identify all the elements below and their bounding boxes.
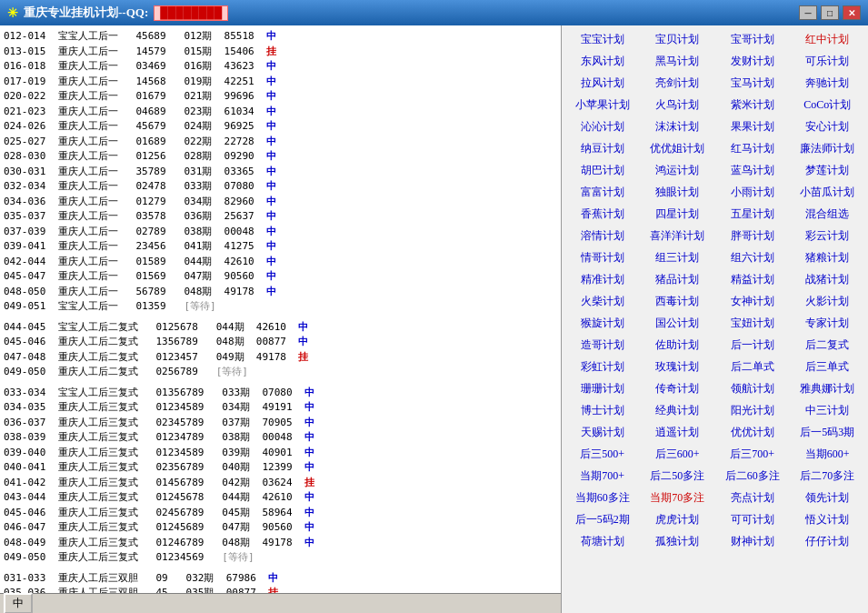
plan-link[interactable]: 安心计划 — [791, 116, 865, 137]
plan-link[interactable]: 沫沫计划 — [641, 116, 715, 137]
plan-link[interactable]: 当期70多注 — [641, 487, 715, 508]
plan-link[interactable]: 火鸟计划 — [641, 95, 715, 116]
plan-link[interactable]: 雅典娜计划 — [791, 378, 865, 399]
plan-link[interactable]: 后二复式 — [791, 335, 865, 356]
plan-link[interactable]: 香蕉计划 — [565, 204, 640, 225]
plan-link[interactable]: 胖哥计划 — [715, 226, 790, 246]
plan-link[interactable]: 天赐计划 — [565, 422, 640, 443]
restore-button[interactable]: □ — [821, 5, 839, 20]
plan-link[interactable]: 战猪计划 — [791, 269, 865, 290]
plan-link[interactable]: 宝妞计划 — [715, 313, 790, 334]
close-button[interactable]: ✕ — [843, 5, 861, 20]
plan-link[interactable]: 后一5码2期 — [565, 509, 640, 530]
plan-link[interactable]: 荷塘计划 — [565, 531, 640, 552]
plan-link[interactable]: 小苗瓜计划 — [791, 182, 865, 203]
plan-link[interactable]: 猪品计划 — [641, 269, 715, 290]
plan-link[interactable]: 组三计划 — [641, 247, 715, 268]
minimize-button[interactable]: ─ — [799, 5, 817, 20]
plan-link[interactable]: 后一5码3期 — [791, 422, 865, 443]
plan-link[interactable]: 后二70多注 — [791, 466, 865, 487]
plan-link[interactable]: 梦莲计划 — [791, 160, 865, 181]
plan-link[interactable]: 优优姐计划 — [641, 138, 715, 159]
plan-link[interactable]: 后三700+ — [715, 444, 790, 465]
plan-link[interactable]: 胡巴计划 — [565, 160, 640, 181]
plan-link[interactable]: 悟义计划 — [791, 509, 865, 530]
plan-link[interactable]: 中三计划 — [791, 400, 865, 421]
plan-link[interactable]: 宝马计划 — [715, 73, 790, 94]
plan-link[interactable]: 后二50多注 — [641, 466, 715, 487]
plan-link[interactable]: 小雨计划 — [715, 182, 790, 203]
plan-link[interactable]: 纳豆计划 — [565, 138, 640, 159]
plan-link[interactable]: 国公计划 — [641, 313, 715, 334]
plan-link[interactable]: 虎虎计划 — [641, 509, 715, 530]
plan-link[interactable]: 领先计划 — [791, 487, 865, 508]
plan-link[interactable]: 宝宝计划 — [565, 29, 640, 50]
plan-list[interactable]: 012-014 宝宝人工后一 45689 012期 85518 中013-015… — [0, 25, 561, 613]
plan-link[interactable]: 当期600+ — [791, 444, 865, 465]
plan-link[interactable]: 可可计划 — [715, 509, 790, 530]
plan-link[interactable]: 红马计划 — [715, 138, 790, 159]
plan-link[interactable]: 当期700+ — [565, 466, 640, 487]
plan-link[interactable]: 小苹果计划 — [565, 95, 640, 116]
plan-link[interactable]: 精准计划 — [565, 269, 640, 290]
plan-link[interactable]: 后三500+ — [565, 444, 640, 465]
plan-link[interactable]: 珊珊计划 — [565, 378, 640, 399]
plan-link[interactable]: 优优计划 — [715, 422, 790, 443]
plan-link[interactable]: 奔驰计划 — [791, 73, 865, 94]
plan-link[interactable]: 东风计划 — [565, 51, 640, 72]
plan-link[interactable]: 后一计划 — [715, 335, 790, 356]
plan-link[interactable]: 领航计划 — [715, 378, 790, 399]
plan-link[interactable]: 精益计划 — [715, 269, 790, 290]
plan-link[interactable]: 经典计划 — [641, 400, 715, 421]
plan-link[interactable]: 专家计划 — [791, 313, 865, 334]
plan-link[interactable]: 四星计划 — [641, 204, 715, 225]
plan-link[interactable]: 博士计划 — [565, 400, 640, 421]
plan-link[interactable]: 传奇计划 — [641, 378, 715, 399]
plan-link[interactable]: 造哥计划 — [565, 335, 640, 356]
plan-link[interactable]: 廉法师计划 — [791, 138, 865, 159]
plan-link[interactable]: 拉风计划 — [565, 73, 640, 94]
status-button[interactable]: 中 — [4, 593, 33, 613]
plan-link[interactable]: 猴旋计划 — [565, 313, 640, 334]
plan-link[interactable]: 女神计划 — [715, 291, 790, 312]
plan-link[interactable]: 黑马计划 — [641, 51, 715, 72]
plan-link[interactable]: 阳光计划 — [715, 400, 790, 421]
plan-link[interactable]: 宝哥计划 — [715, 29, 790, 50]
plan-link[interactable]: 后三单式 — [791, 357, 865, 377]
plan-link[interactable]: 发财计划 — [715, 51, 790, 72]
plan-link[interactable]: 独眼计划 — [641, 182, 715, 203]
plan-link[interactable]: 溶情计划 — [565, 226, 640, 246]
plan-link[interactable]: 鸿运计划 — [641, 160, 715, 181]
plan-link[interactable]: 后二单式 — [715, 357, 790, 377]
plan-link[interactable]: 情哥计划 — [565, 247, 640, 268]
plan-link[interactable]: 彩虹计划 — [565, 357, 640, 377]
plan-link[interactable]: 亮点计划 — [715, 487, 790, 508]
plan-link[interactable]: 彩云计划 — [791, 226, 865, 246]
plan-link[interactable]: 可乐计划 — [791, 51, 865, 72]
plan-link[interactable]: 当期60多注 — [565, 487, 640, 508]
plan-link[interactable]: 蓝鸟计划 — [715, 160, 790, 181]
plan-link[interactable]: 红中计划 — [791, 29, 865, 50]
plan-link[interactable]: 玫瑰计划 — [641, 357, 715, 377]
plan-link[interactable]: 组六计划 — [715, 247, 790, 268]
plan-link[interactable]: 五星计划 — [715, 204, 790, 225]
plan-link[interactable]: 火柴计划 — [565, 291, 640, 312]
plan-link[interactable]: 逍遥计划 — [641, 422, 715, 443]
plan-link[interactable]: 亮剑计划 — [641, 73, 715, 94]
plan-link[interactable]: 财神计划 — [715, 531, 790, 552]
plan-link[interactable]: 佐助计划 — [641, 335, 715, 356]
plan-link[interactable]: 沁沁计划 — [565, 116, 640, 137]
plan-link[interactable]: 后二60多注 — [715, 466, 790, 487]
plan-link[interactable]: 混合组选 — [791, 204, 865, 225]
plan-link[interactable]: 孤独计划 — [641, 531, 715, 552]
plan-link[interactable]: 宝贝计划 — [641, 29, 715, 50]
plan-link[interactable]: 喜洋洋计划 — [641, 226, 715, 246]
plan-link[interactable]: 后三600+ — [641, 444, 715, 465]
plan-link[interactable]: 紫米计划 — [715, 95, 790, 116]
plan-link[interactable]: 富富计划 — [565, 182, 640, 203]
plan-link[interactable]: 火影计划 — [791, 291, 865, 312]
plan-link[interactable]: 果果计划 — [715, 116, 790, 137]
plan-link[interactable]: 仔仔计划 — [791, 531, 865, 552]
plan-link[interactable]: CoCo计划 — [791, 95, 865, 116]
plan-link[interactable]: 猪粮计划 — [791, 247, 865, 268]
